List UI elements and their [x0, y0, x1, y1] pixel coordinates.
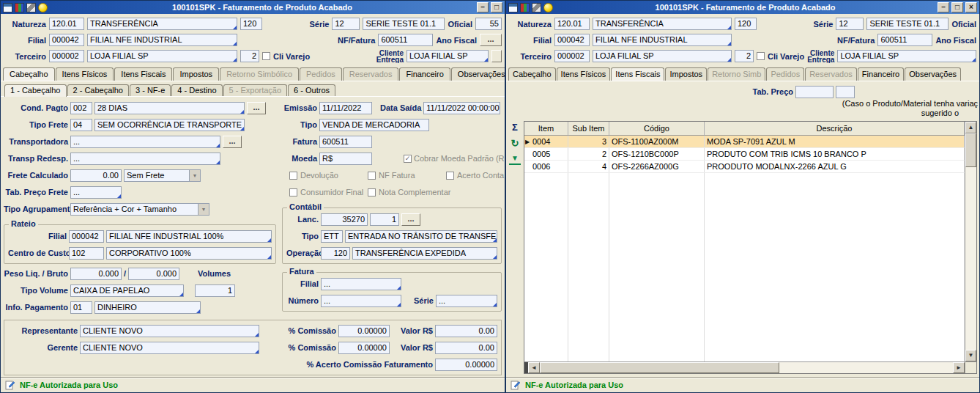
cli-varejo-checkbox[interactable] — [757, 52, 765, 60]
devolucao-checkbox[interactable] — [289, 172, 297, 180]
frete-calculado-field[interactable]: 0.00 — [70, 169, 122, 182]
comissao-rep-field[interactable]: 0.00000 — [338, 325, 390, 337]
cli-varejo-checkbox[interactable] — [262, 52, 270, 60]
tab-preco-field-2[interactable] — [836, 86, 855, 98]
cobrar-moeda-checkbox[interactable]: ✓ — [404, 155, 412, 163]
filial-desc-field[interactable]: FILIAL NFE INDUSTRIAL — [593, 34, 732, 46]
tab-financeiro[interactable]: Financeiro — [399, 67, 450, 81]
lanc-field-1[interactable]: 35270 — [321, 213, 368, 226]
representante-field[interactable]: CLIENTE NOVO — [80, 325, 259, 337]
terceiro-desc-field[interactable]: LOJA FILIAL SP — [87, 50, 237, 62]
gerente-field[interactable]: CLIENTE NOVO — [80, 342, 259, 354]
rateio-filial-desc-field[interactable]: FILIAL NFE INDUSTRIAL 100% — [106, 230, 272, 243]
moeda-field[interactable]: R$ — [319, 153, 372, 165]
peso-liquido-field[interactable]: 0.000 — [70, 268, 122, 280]
tab-cabecalho[interactable]: Cabeçalho — [3, 67, 55, 81]
cond-pagto-code-field[interactable]: 002 — [70, 102, 92, 114]
acerto-checkbox[interactable] — [446, 172, 454, 180]
emissao-field[interactable]: 11/11/2022 — [319, 102, 372, 114]
nf-fatura-field[interactable]: 600511 — [378, 34, 433, 46]
subtab-1-cabecalho[interactable]: 1 - Cabeçalho — [4, 84, 67, 97]
natureza-desc-field[interactable]: TRANSFERÊNCIA — [87, 18, 237, 30]
tipo-volume-field[interactable]: CAIXA DE PAPELAO — [70, 284, 184, 297]
info-pagamento-code-field[interactable]: 01 — [70, 301, 92, 314]
cond-pagto-desc-field[interactable]: 28 DIAS — [94, 102, 245, 114]
filial-code-field[interactable]: 000042 — [554, 34, 590, 46]
fatura-field[interactable]: 600511 — [319, 136, 372, 148]
fatura-numero-field[interactable]: ... — [321, 295, 401, 307]
titlebar[interactable]: 100101SPK - Faturamento de Produto Acaba… — [506, 1, 979, 14]
tipo-frete-desc-field[interactable]: SEM OCORRÊNCIA DE TRANSPORTE — [94, 119, 245, 131]
natureza-num-field[interactable]: 120 — [240, 18, 262, 30]
terceiro-code-field[interactable]: 000002 — [554, 50, 590, 62]
terceiro-num-field[interactable]: 2 — [240, 50, 259, 62]
frete-combo[interactable]: Sem Frete ▼ — [124, 169, 201, 182]
table-row[interactable]: 0005 2 OFS-1210BC000P PRODUTO COM TRIB I… — [524, 148, 965, 161]
transp-redesp-field[interactable]: ... — [70, 153, 220, 165]
natureza-desc-field[interactable]: TRANSFERÊNCIA — [593, 18, 732, 30]
data-saida-field[interactable]: 11/11/2022 00:00:00 — [423, 102, 500, 114]
sum-icon[interactable]: Σ — [509, 122, 521, 133]
rateio-filial-code-field[interactable]: 000042 — [69, 230, 104, 243]
filial-code-field[interactable]: 000042 — [49, 34, 84, 46]
titlebar[interactable]: 100101SPK - Faturamento de Produto Acaba… — [1, 1, 505, 14]
goto-last-icon[interactable]: ▼ — [509, 154, 521, 165]
tab-itens-fiscais[interactable]: Itens Fiscais — [114, 67, 172, 81]
horizontal-scrollbar[interactable]: ◄ ► — [524, 361, 965, 373]
subtab-4-destino[interactable]: 4 - Destino — [171, 84, 222, 96]
minimize-button[interactable]: – — [938, 2, 949, 12]
tab-observacoes[interactable]: Observações — [905, 67, 961, 81]
scroll-up-icon[interactable]: ▲ — [965, 122, 976, 133]
ano-fiscal-button[interactable]: ... — [480, 34, 502, 46]
scroll-down-icon[interactable]: ▼ — [965, 350, 976, 361]
maximize-button[interactable]: □ — [951, 2, 963, 12]
natureza-num-field[interactable]: 120 — [735, 18, 757, 30]
centro-custo-desc-field[interactable]: CORPORATIVO 100% — [106, 247, 272, 260]
column-header-sub-item[interactable]: Sub Item — [568, 122, 609, 135]
oficial-field[interactable]: 55 — [475, 18, 502, 30]
cond-pagto-lookup-button[interactable]: ... — [247, 102, 266, 114]
lanc-lookup-button[interactable]: ... — [401, 213, 420, 226]
tipo-field[interactable]: VENDA DE MERCADORIA — [319, 119, 429, 131]
nf-fatura-field[interactable]: 600511 — [877, 34, 932, 46]
table-row[interactable]: ▶0004 3 OFS-1100AZ000M MODA SP-7091 AZUL… — [524, 136, 965, 148]
valor-rep-field[interactable]: 0.00 — [435, 325, 497, 337]
minimize-button[interactable]: – — [477, 2, 489, 12]
tab-itens-fisicos[interactable]: Itens Físicos — [557, 67, 611, 81]
terceiro-desc-field[interactable]: LOJA FILIAL SP — [593, 50, 732, 62]
subtab-6-outros[interactable]: 6 - Outros — [288, 84, 335, 96]
close-button[interactable]: × — [965, 2, 977, 12]
requery-icon[interactable]: ↻ — [509, 138, 521, 150]
table-row[interactable]: 0006 4 OFS-2266AZ000G PROODUTO MODALNX-2… — [524, 161, 965, 173]
tab-observacoes[interactable]: Observações — [451, 67, 505, 81]
serie-desc-field[interactable]: SERIE TESTE 01.1 — [866, 18, 949, 30]
fatura-filial-field[interactable]: ... — [321, 278, 401, 290]
scroll-right-icon[interactable]: ► — [953, 362, 965, 373]
transportadora-field[interactable]: ... — [70, 136, 220, 148]
terceiro-num-field[interactable]: 2 — [735, 50, 754, 62]
valor-ger-field[interactable]: 0.00 — [435, 342, 497, 354]
consumidor-checkbox[interactable] — [289, 188, 297, 196]
cliente-entrega-field[interactable]: LOJA FILIAL SP — [407, 50, 489, 62]
volumes-field[interactable]: 1 — [195, 284, 235, 297]
hscroll-track[interactable] — [540, 362, 953, 373]
nf-fatura-checkbox[interactable] — [368, 172, 376, 180]
info-pagamento-desc-field[interactable]: DINHEIRO — [94, 301, 201, 314]
column-header-descricao[interactable]: Descrição — [705, 122, 965, 135]
operacao-desc-field[interactable]: TRANSFERÊNCIA EXPEDIDA — [352, 247, 497, 260]
vertical-scrollbar[interactable]: ▲ ▼ — [965, 122, 976, 373]
tab-cabecalho[interactable]: Cabeçalho — [508, 67, 556, 81]
peso-bruto-field[interactable]: 0.000 — [128, 268, 179, 280]
tipo-agrupamento-combo[interactable]: Referência + Cor + Tamanho ▼ — [70, 203, 209, 216]
contabil-tipo-desc-field[interactable]: ENTRADA NO TRÂNSITO DE TRANSFE — [345, 230, 497, 243]
vscroll-thumb[interactable] — [965, 133, 976, 167]
tab-itens-fiscais[interactable]: Itens Fiscais — [611, 67, 664, 81]
acerto-comissao-field[interactable]: 0.00000 — [435, 359, 497, 371]
chevron-down-icon[interactable]: ▼ — [189, 170, 200, 181]
subtab-3-nfe[interactable]: 3 - NF-e — [130, 84, 171, 96]
filial-desc-field[interactable]: FILIAL NFE INDUSTRIAL — [87, 34, 237, 46]
natureza-code-field[interactable]: 120.01 — [49, 18, 84, 30]
cliente-entrega-lookup-button[interactable] — [491, 50, 502, 62]
chevron-down-icon[interactable]: ▼ — [198, 204, 209, 215]
tab-itens-fisicos[interactable]: Itens Físicos — [56, 67, 114, 81]
